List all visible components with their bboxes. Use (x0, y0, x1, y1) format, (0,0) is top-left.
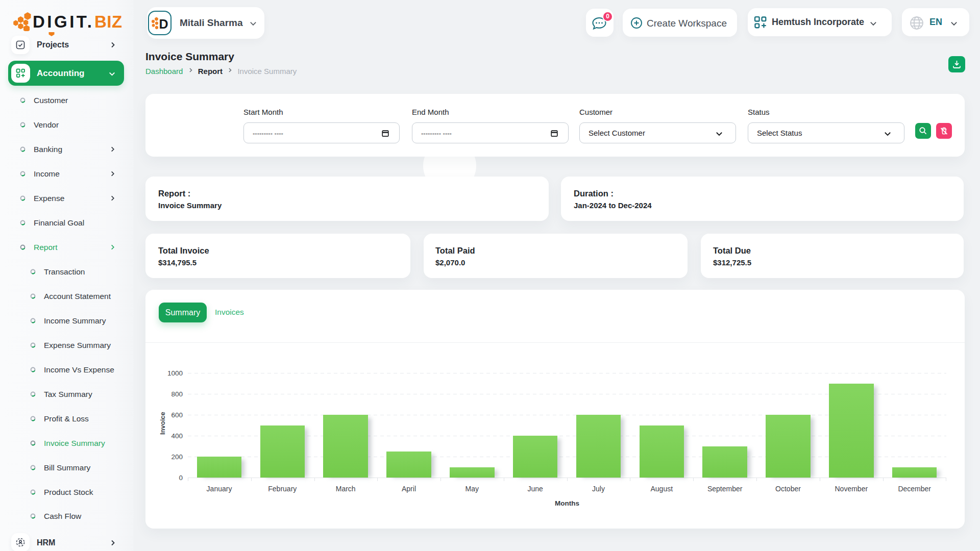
svg-text:DIGIT.: DIGIT. (33, 12, 94, 31)
svg-text:BIZ: BIZ (94, 12, 122, 31)
svg-text:D: D (159, 17, 168, 30)
